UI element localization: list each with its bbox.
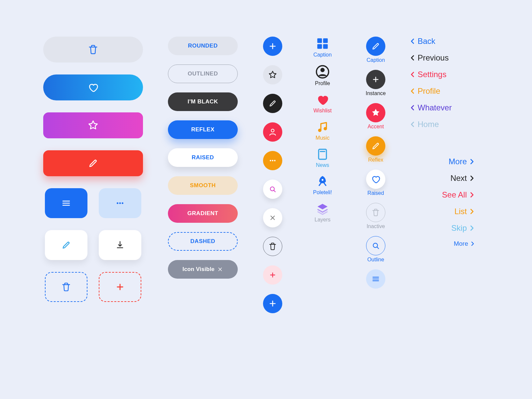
- rounded-button[interactable]: ROUNDED: [168, 37, 238, 55]
- news-item[interactable]: News: [316, 148, 329, 168]
- home-link[interactable]: Home: [409, 120, 439, 129]
- add-circle-button[interactable]: [263, 37, 282, 56]
- download-card-button[interactable]: [99, 230, 141, 260]
- chevron-left-icon: [409, 104, 416, 111]
- see-all-link[interactable]: See All: [409, 190, 475, 200]
- outline-circle-label: Outline: [367, 257, 384, 263]
- gradient-button[interactable]: GRADIENT: [168, 204, 238, 223]
- close-icon: [269, 214, 276, 221]
- trash-icon: [88, 45, 98, 55]
- black-button[interactable]: I'M BLACK: [168, 92, 238, 111]
- more-link[interactable]: More: [409, 157, 475, 166]
- rocket-icon: [316, 175, 329, 188]
- chevron-left-icon: [409, 54, 416, 62]
- caption-circle-label: Caption: [366, 57, 385, 63]
- outline-circle-item[interactable]: Outline: [366, 236, 385, 263]
- user-icon: [268, 128, 277, 136]
- close-circle-button[interactable]: [263, 208, 282, 227]
- accent-circle-item[interactable]: Accent: [366, 103, 385, 130]
- profile-nav-label: Profile: [418, 86, 440, 96]
- chevron-left-icon: [409, 71, 416, 78]
- chevron-right-icon: [468, 158, 475, 165]
- trash-button[interactable]: [43, 37, 143, 63]
- user-circle-button[interactable]: [263, 122, 282, 142]
- menu-lite-circle-button[interactable]: [366, 269, 385, 289]
- raised-button[interactable]: RAISED: [168, 148, 238, 167]
- menu-button[interactable]: [45, 188, 87, 218]
- more-circle-button[interactable]: [263, 151, 282, 170]
- rocket-item[interactable]: Poleteli!: [313, 175, 332, 196]
- download-icon: [115, 240, 125, 250]
- wishlist-item[interactable]: Wishlist: [313, 93, 332, 114]
- chevron-left-icon: [409, 87, 416, 95]
- pencil-icon: [371, 42, 380, 51]
- smooth-button[interactable]: SMOOTH: [168, 176, 238, 195]
- outlined-button[interactable]: OUTLINED: [168, 65, 238, 83]
- previous-link[interactable]: Previous: [409, 53, 449, 63]
- trash-icon: [62, 282, 71, 292]
- inactive-circle-label: Inactive: [366, 223, 385, 229]
- star-button[interactable]: [43, 112, 143, 138]
- dashed-button[interactable]: DASHED: [168, 232, 238, 251]
- back-link[interactable]: Back: [409, 37, 435, 46]
- pencil-icon: [269, 99, 277, 107]
- whatever-link[interactable]: Whatever: [409, 103, 452, 112]
- pencil-icon: [371, 142, 380, 150]
- pencil-button[interactable]: [43, 150, 143, 176]
- list-link[interactable]: List: [409, 207, 475, 216]
- icon-visible-button[interactable]: Icon Visible: [168, 260, 238, 279]
- settings-link[interactable]: Settings: [409, 70, 447, 79]
- grid-item[interactable]: Caption: [313, 37, 332, 58]
- plus-icon: [115, 282, 125, 292]
- edit-circle-button[interactable]: [263, 94, 282, 113]
- star-icon: [88, 120, 98, 131]
- inactive-circle-item[interactable]: Inactive: [366, 203, 385, 229]
- profile-label: Profile: [315, 80, 330, 86]
- pencil-icon: [88, 158, 98, 168]
- reflex-button[interactable]: REFLEX: [168, 120, 238, 139]
- instance-circle-label: Instance: [366, 90, 386, 96]
- add-blue-circle-button[interactable]: [263, 294, 282, 313]
- heart-button[interactable]: [43, 74, 143, 100]
- music-label: Music: [316, 135, 330, 141]
- caption-circle-item[interactable]: Caption: [366, 37, 385, 63]
- profile-link[interactable]: Profile: [409, 86, 440, 96]
- layers-item[interactable]: Layers: [315, 202, 331, 223]
- star-circle-button[interactable]: [263, 65, 282, 84]
- next-link[interactable]: Next: [409, 174, 475, 183]
- dashed-add-button[interactable]: [99, 272, 141, 302]
- more-small-label: More: [454, 240, 468, 247]
- instance-circle-item[interactable]: Instance: [366, 70, 386, 96]
- plus-icon: [268, 299, 277, 308]
- more-small-link[interactable]: More: [409, 240, 475, 247]
- settings-label: Settings: [418, 70, 447, 79]
- see-all-label: See All: [442, 190, 467, 200]
- plus-icon: [268, 42, 277, 51]
- menu-icon: [61, 198, 71, 208]
- more-dots-button[interactable]: [99, 188, 141, 218]
- music-item[interactable]: Music: [316, 120, 330, 141]
- back-label: Back: [418, 37, 435, 46]
- trash-icon: [372, 208, 380, 216]
- trash-circle-button[interactable]: [263, 237, 282, 256]
- plus-icon: [372, 75, 380, 83]
- rocket-label: Poleteli!: [313, 190, 332, 196]
- raised-circle-item[interactable]: Raised: [366, 170, 385, 196]
- raised-circle-label: Raised: [367, 190, 384, 196]
- news-icon: [316, 148, 329, 161]
- edit-card-button[interactable]: [45, 230, 87, 260]
- profile-item[interactable]: Profile: [315, 65, 330, 86]
- dashed-trash-button[interactable]: [45, 272, 87, 302]
- home-label: Home: [418, 120, 439, 129]
- star-icon: [371, 108, 380, 117]
- menu-icon: [371, 275, 380, 283]
- search-circle-button[interactable]: [263, 180, 282, 199]
- add-pink-circle-button[interactable]: [263, 265, 282, 285]
- reflex-circle-label: Reflex: [368, 157, 383, 163]
- music-icon: [316, 120, 329, 134]
- skip-link[interactable]: Skip: [409, 223, 475, 233]
- heart-icon: [371, 175, 380, 184]
- chevron-right-icon: [468, 224, 475, 232]
- reflex-circle-item[interactable]: Reflex: [366, 136, 385, 163]
- star-icon: [268, 70, 277, 79]
